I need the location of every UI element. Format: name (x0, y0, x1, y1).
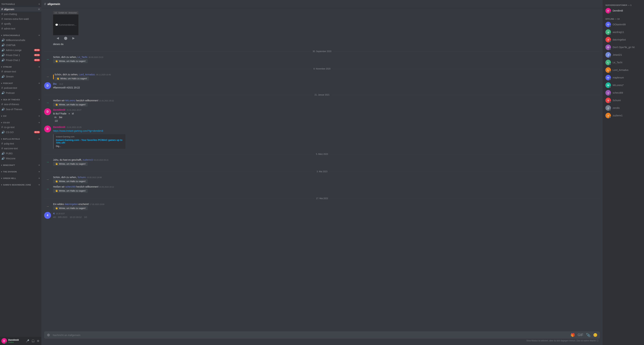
member-item[interactable]: z zuzlernr1 (604, 112, 642, 119)
category-sea-of-thieves[interactable]: ▼ SEA OF THIEVES + (0, 95, 41, 102)
member-item[interactable]: D Demilimili (604, 7, 642, 15)
sidebar-item-privat-chat-2[interactable]: 🔊 Privat-Chat 2 00 04 (0, 58, 41, 62)
sidebar-item-privat-chat-1[interactable]: 🔊 Privat-Chat 1 00 02 (0, 53, 41, 57)
sidebar-item-stream-text[interactable]: # stream-text (0, 69, 41, 74)
member-item[interactable]: D Don't Oper'lle_grr hit (604, 44, 642, 51)
user-link[interactable]: Schumi. (78, 176, 86, 179)
wave-button[interactable]: 👋 Winke, um Hallo zu sagen! (53, 59, 88, 63)
user-link[interactable]: Lord_Armadus. (79, 73, 96, 76)
wave-button[interactable]: 👋 Winke, um Hallo zu sagen! (53, 206, 88, 210)
add-br-channel-button[interactable]: + (38, 137, 40, 141)
settings-button[interactable]: ⚙ (36, 339, 40, 343)
divider-line (332, 69, 600, 69)
member-item[interactable]: S Schumi (604, 97, 642, 104)
sticker-icon[interactable]: 📎 (585, 332, 592, 338)
instant-gaming-link[interactable]: https://www.instant-gaming.com/?igr=demi… (53, 130, 103, 132)
channel-name: Privat-Chat 2 (6, 59, 33, 62)
add-voice-channel-button[interactable]: + (38, 34, 40, 37)
sidebar-item-csgo[interactable]: 🔊 CS:GO 00 05 (0, 130, 41, 135)
sidebar-item-sea-of-thieves-voice[interactable]: 🔊 Sea-of-Thieves (0, 107, 41, 112)
member-item[interactable]: d datcringeboi (604, 36, 642, 44)
category-name: PODCAST (3, 82, 38, 84)
prev-button[interactable]: ◀ (56, 36, 59, 40)
add-csgo-channel-button[interactable]: + (38, 121, 40, 124)
add-division-channel-button[interactable]: + (38, 170, 40, 173)
unread-badge: 00 02 (34, 54, 40, 56)
attach-button[interactable]: ⊕ (46, 331, 51, 339)
sidebar-item-spotify[interactable]: # spotify (0, 22, 41, 26)
wave-button[interactable]: 👋 Winke, um Hallo zu sagen! (53, 179, 88, 183)
member-item[interactable]: z zerolis (604, 104, 642, 112)
chat-input[interactable] (51, 332, 570, 338)
category-civ[interactable]: ▼ CIV + (0, 112, 41, 118)
sidebar-item-admin-lounge[interactable]: 🔊 Admin-Lounge 00 02 (0, 48, 41, 53)
add-green-hell-channel-button[interactable]: + (38, 177, 40, 180)
wave-emoji: 👋 (56, 77, 59, 80)
sidebar-item-warzone-text[interactable]: # warzone-text (0, 146, 41, 151)
add-samsis-channel-button[interactable]: + (38, 183, 40, 186)
sidebar-item-chill-talk[interactable]: 🔊 Chill/Talk (0, 43, 41, 48)
sidebar-item-just-chatting[interactable]: # just-chatting (0, 12, 41, 16)
sidebar-item-memes-extra[interactable]: # memes-extra-fürn-wald (0, 17, 41, 21)
member-item[interactable]: O OOtaninn99 (604, 21, 642, 28)
embed-title[interactable]: Instant-Gaming.com - Your favorites PC/M… (56, 139, 124, 144)
category-the-division[interactable]: ▼ THE DIVISION + (0, 167, 41, 174)
system-message: → Heißen wir scherzi69 herzlich willkomm… (44, 185, 600, 193)
wave-button[interactable]: 👋 Winke, um Hallo zu sagen! (53, 189, 88, 193)
next-button[interactable]: ▶ (72, 36, 75, 40)
sidebar-item-willkommenshalle[interactable]: 🔊 Willkommenshalle (0, 38, 41, 43)
member-item[interactable]: L Le_Tachi (604, 59, 642, 66)
category-sprachkanaele[interactable]: ▼ SPRACHKANÄLE + (0, 31, 41, 38)
category-stream[interactable]: ▼ STREAM + (0, 63, 41, 69)
wave-button[interactable]: 👋 Winke, um Hallo zu sagen! (54, 77, 89, 81)
member-item[interactable]: J Jetard21 (604, 51, 642, 59)
sidebar-item-allgemein[interactable]: # allgemein ⚙ (0, 7, 41, 12)
deafen-button[interactable]: 🎧 (31, 339, 36, 343)
category-minecraft[interactable]: ▼ MINECRAFT + (0, 161, 41, 167)
message-timestamp: 11:2 (59, 83, 63, 85)
wave-emoji: 👋 (55, 163, 58, 165)
sidebar-item-admin-text[interactable]: # admin-text (0, 26, 41, 31)
member-item[interactable]: a aazdrag11 (604, 28, 642, 36)
category-podcast[interactable]: ▼ PODCAST + (0, 79, 41, 86)
message-content: 1/1 Gefällt mir Antworten 💬 Kommentieren… (53, 11, 78, 46)
user-link[interactable]: Le_Tachi. (78, 56, 88, 59)
member-item[interactable]: M MrLorenz* (604, 81, 642, 89)
user-link[interactable]: MrLorenz (65, 99, 76, 102)
sidebar-item-warzone[interactable]: 🔊 Warzone (0, 156, 41, 161)
gift-icon[interactable]: 🎁 (570, 332, 576, 338)
add-civ-channel-button[interactable]: + (38, 115, 40, 118)
add-stream-channel-button[interactable]: + (38, 65, 40, 69)
sidebar-item-podcast-text[interactable]: # podcast-text (0, 86, 41, 90)
add-minecraft-channel-button[interactable]: + (38, 164, 40, 167)
sidebar-item-podcast[interactable]: 🔊 Podcast (0, 91, 41, 95)
wave-button[interactable]: 👋 Winke, um Hallo zu sagen! (53, 162, 88, 166)
channel-settings-icon[interactable]: ⚙ (38, 8, 40, 11)
sidebar-item-pubg-text[interactable]: # pubg-text (0, 141, 41, 146)
user-link[interactable]: datcringeboi (64, 203, 78, 205)
home-button[interactable]: ⬤ (64, 36, 68, 40)
category-green-hell[interactable]: ▼ GREEN HELL + (0, 174, 41, 181)
member-item[interactable]: L Lord_Armadus (604, 66, 642, 74)
emoji-icon[interactable]: 😊 (592, 332, 598, 338)
gif-icon[interactable]: GIF (576, 332, 584, 338)
sidebar-item-cs-go-text[interactable]: # cs-go-text (0, 125, 41, 130)
add-sot-channel-button[interactable]: + (38, 98, 40, 101)
add-podcast-channel-button[interactable]: + (38, 82, 40, 85)
voice-icon: 🔊 (2, 152, 5, 155)
user-link[interactable]: zuzlernr1! (82, 158, 93, 161)
sidebar-item-pubg[interactable]: 🔊 PUBG (0, 151, 41, 156)
sidebar-item-stream[interactable]: 🔊 Stream (0, 74, 41, 79)
add-text-channel-button[interactable]: + (38, 3, 40, 6)
member-item[interactable]: s scherzi69 (604, 89, 642, 97)
category-battle-royale[interactable]: ▼ BATLLE-ROYALE + (0, 135, 41, 141)
server-owners-title: SERVEREIGENTÜMER — 1 (604, 3, 642, 7)
category-samsis-zone[interactable]: ▼ SAMSI'S BESONDERE ZONE + (0, 181, 41, 187)
offline-dot (609, 71, 611, 73)
member-item[interactable]: m maplenum (604, 74, 642, 81)
sidebar-item-sea-of-thieves-text[interactable]: # sea-of-thieves (0, 102, 41, 107)
category-csgo[interactable]: ▼ CS:GO + (0, 118, 41, 125)
mute-button[interactable]: 🎤 (25, 339, 30, 343)
wave-button[interactable]: 👋 Winke, um Hallo zu sagen! (53, 103, 88, 107)
user-link[interactable]: scherzi69 (65, 185, 76, 188)
